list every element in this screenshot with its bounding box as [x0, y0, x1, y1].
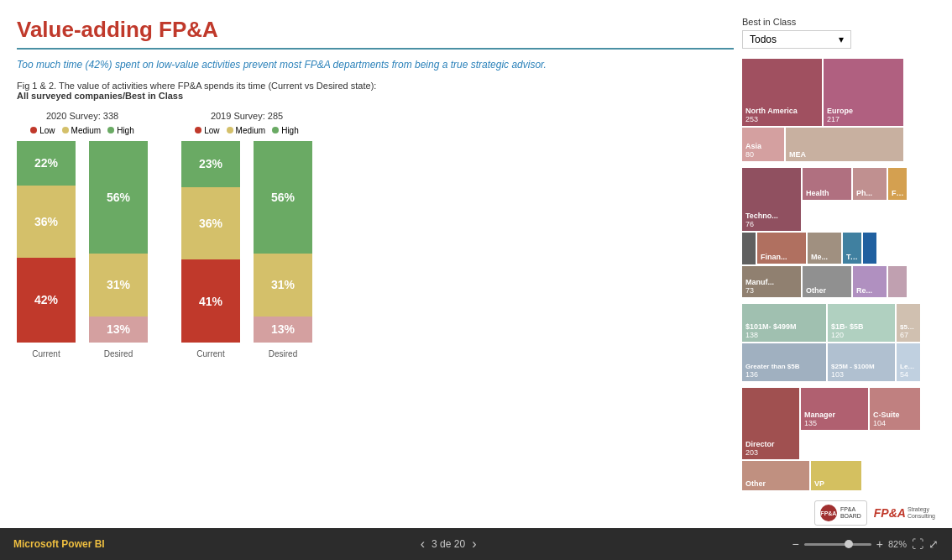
treemap-cell-500m[interactable]: $500... 67 — [897, 304, 920, 342]
expand-button[interactable]: ⤢ — [928, 537, 939, 551]
left-panel: Value-adding FP&A Too much time (42%) sp… — [17, 17, 734, 520]
industry-treemap: Techno... 76 Health Ph... Fo... Finan... — [742, 168, 935, 297]
segment-high: 56% — [89, 141, 148, 254]
treemap-cell-5b[interactable]: Greater than $5B 136 — [742, 343, 826, 381]
next-page-button[interactable]: › — [472, 536, 476, 552]
bar-label-desired-2019: Desired — [269, 349, 297, 359]
filter-value: Todos — [750, 34, 777, 45]
treemap-cell-101m[interactable]: $101M- $499M 138 — [742, 304, 826, 342]
treemap-cell-manuf[interactable]: Manuf... 73 — [742, 266, 801, 297]
segment-medium: 36% — [181, 187, 240, 259]
segment-high: 56% — [254, 141, 312, 254]
zoom-thumb — [845, 540, 853, 548]
treemap-cell-north-america[interactable]: North America 253 — [742, 59, 822, 126]
fpab-icon: FP&A — [820, 505, 837, 521]
zoom-bar: − + 82% ⛶ ⤢ — [792, 537, 939, 551]
nav-controls: ‹ 3 de 20 › — [421, 536, 477, 552]
legend-dot-low — [30, 127, 37, 133]
page-title: Value-adding FP&A — [17, 17, 734, 43]
treemap-cell-other2[interactable] — [863, 233, 876, 264]
segment-high: 23% — [181, 141, 240, 187]
legend-high-2019: High — [272, 126, 299, 135]
charts-area: 2020 Survey: 338 Low Medium High — [17, 111, 734, 520]
chart-2020-legend: Low Medium High — [30, 126, 134, 135]
bar-2019-current: 23% 36% 41% Current — [181, 141, 240, 359]
legend-low-2019: Low — [195, 126, 219, 135]
chart-2019: 2019 Survey: 285 Low Medium High — [181, 111, 312, 520]
zoom-in-button[interactable]: + — [876, 537, 883, 551]
powerbi-link[interactable]: Microsoft Power BI — [13, 538, 105, 550]
segment-low: 42% — [17, 258, 76, 343]
fullscreen-button[interactable]: ⛶ — [912, 537, 923, 551]
segment-medium: 31% — [89, 254, 148, 316]
treemap-cell-other-role[interactable]: Other — [742, 461, 809, 490]
legend-medium-2019: Medium — [227, 126, 266, 135]
chart-2020: 2020 Survey: 338 Low Medium High — [17, 111, 148, 520]
treemap-cell-other4[interactable] — [888, 266, 907, 297]
legend-dot-high — [107, 127, 114, 133]
treemap-cell-csuite[interactable]: C-Suite 104 — [870, 388, 920, 430]
treemap-cell-vp[interactable]: VP — [811, 461, 861, 490]
right-panel: Best in Class Todos ▾ North America 253 … — [742, 17, 935, 520]
treemap-cell-manager[interactable]: Manager 135 — [801, 388, 868, 430]
prev-page-button[interactable]: ‹ — [421, 536, 425, 552]
chart-2019-title: 2019 Survey: 285 — [211, 111, 283, 121]
segment-low: 13% — [254, 317, 312, 343]
legend-dot-medium — [62, 127, 69, 133]
chevron-down-icon: ▾ — [839, 34, 844, 45]
treemap-cell-finance[interactable]: Finan... — [757, 233, 806, 264]
bar-2020-current: 22% 36% 42% Current — [17, 141, 76, 359]
treemap-cell-other1[interactable] — [742, 233, 756, 264]
treemap-cell-food[interactable]: Fo... — [888, 168, 907, 200]
treemap-cell-mea[interactable]: MEA — [786, 128, 903, 161]
subtitle: Too much time (42%) spent on low-value a… — [17, 58, 734, 72]
legend-dot-high — [272, 127, 279, 133]
role-treemap: Director 203 Manager 135 C-Suite 104 Oth… — [742, 388, 935, 490]
chart-2019-legend: Low Medium High — [195, 126, 299, 135]
legend-high: High — [107, 126, 134, 135]
fpas-logo: FP&A StrategyConsulting — [874, 506, 935, 520]
filter-dropdown[interactable]: Todos ▾ — [742, 30, 851, 49]
chart-2019-bars: 23% 36% 41% Current 56% 31% 13% De — [181, 140, 312, 359]
bar-2019-desired: 56% 31% 13% Desired — [254, 141, 312, 359]
legend-dot-low — [195, 127, 201, 133]
fig-label: Fig 1 & 2. The value of activities where… — [17, 81, 734, 101]
segment-low: 41% — [181, 259, 240, 342]
zoom-level: 82% — [888, 539, 907, 549]
chart-2020-bars: 22% 36% 42% Current 56% 31% 13% De — [17, 140, 148, 359]
treemap-cell-health[interactable]: Health — [803, 168, 851, 200]
legend-dot-medium — [227, 127, 233, 133]
legend-medium: Medium — [62, 126, 102, 135]
treemap-cell-director[interactable]: Director 203 — [742, 388, 799, 459]
segment-high: 22% — [17, 141, 76, 186]
zoom-out-button[interactable]: − — [792, 537, 799, 551]
fpab-logo: FP&A FP&ABOARD — [814, 500, 867, 526]
treemap-cell-asia[interactable]: Asia 80 — [742, 128, 784, 161]
treemap-cell-pharma[interactable]: Ph... — [853, 168, 887, 200]
bar-2020-desired: 56% 31% 13% Desired — [89, 141, 148, 359]
chart-2020-title: 2020 Survey: 338 — [46, 111, 118, 121]
bottom-bar: Microsoft Power BI ‹ 3 de 20 › − + 82% ⛶… — [0, 528, 952, 560]
treemap-cell-tech[interactable]: Techno... 76 — [742, 168, 801, 231]
treemap-cell-media[interactable]: Me... — [808, 233, 841, 264]
region-treemap: North America 253 Europe 217 Asia 80 MEA — [742, 59, 935, 161]
revenue-treemap: $101M- $499M 138 $1B- $5B 120 $500... 67… — [742, 304, 935, 381]
filter-area: Best in Class Todos ▾ — [742, 17, 935, 49]
zoom-slider[interactable] — [804, 543, 871, 546]
page-indicator: 3 de 20 — [432, 538, 465, 550]
filter-label: Best in Class — [742, 17, 935, 27]
bar-label-desired: Desired — [104, 349, 133, 359]
logos-area: FP&A FP&ABOARD FP&A StrategyConsulting — [742, 500, 935, 526]
treemap-cell-25m[interactable]: $25M - $100M 103 — [828, 343, 895, 381]
segment-medium: 31% — [254, 254, 312, 316]
treemap-cell-1b[interactable]: $1B- $5B 120 — [828, 304, 895, 342]
segment-low: 13% — [89, 317, 148, 343]
bar-label-current-2019: Current — [196, 349, 224, 359]
treemap-cell-retail[interactable]: Re... — [853, 266, 887, 297]
treemap-cell-other3[interactable]: Other — [803, 266, 851, 297]
treemap-cell-less[interactable]: Less... 54 — [897, 343, 920, 381]
bar-label-current: Current — [32, 349, 60, 359]
treemap-cell-telecom[interactable]: Tel... — [843, 233, 861, 264]
treemap-cell-europe[interactable]: Europe 217 — [824, 59, 903, 126]
segment-medium: 36% — [17, 186, 76, 258]
